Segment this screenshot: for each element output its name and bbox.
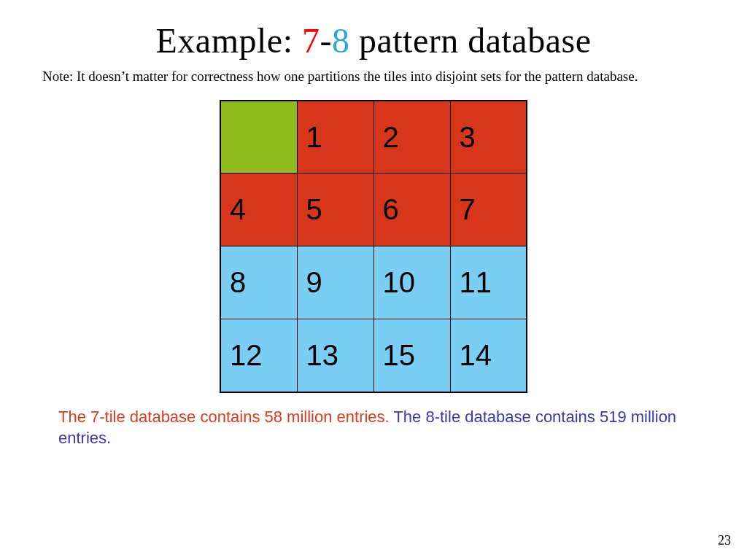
slide-title: Example: 7-8 pattern database bbox=[0, 0, 747, 61]
tile: 7 bbox=[450, 174, 527, 246]
title-seven: 7 bbox=[302, 21, 320, 60]
tile: 13 bbox=[297, 319, 374, 392]
caption: The 7-tile database contains 58 million … bbox=[58, 406, 689, 449]
page-number: 23 bbox=[718, 533, 731, 548]
tile: 10 bbox=[374, 246, 450, 319]
tile: 14 bbox=[450, 319, 527, 392]
puzzle-grid: 1 2 3 4 5 6 7 8 9 10 11 12 13 15 14 bbox=[220, 100, 527, 393]
puzzle-row: 1 2 3 bbox=[220, 101, 527, 174]
slide: Example: 7-8 pattern database Note: It d… bbox=[0, 0, 747, 560]
tile-blank bbox=[220, 101, 297, 174]
puzzle-wrap: 1 2 3 4 5 6 7 8 9 10 11 12 13 15 14 bbox=[0, 100, 747, 393]
tile: 3 bbox=[450, 101, 527, 174]
puzzle-row: 12 13 15 14 bbox=[220, 319, 527, 392]
tile: 1 bbox=[297, 101, 374, 174]
puzzle-row: 4 5 6 7 bbox=[220, 174, 527, 246]
title-prefix: Example: bbox=[156, 21, 302, 60]
caption-seven-text: The 7-tile database contains 58 million … bbox=[58, 408, 390, 426]
puzzle-row: 8 9 10 11 bbox=[220, 246, 527, 319]
title-dash: - bbox=[320, 21, 331, 60]
tile: 2 bbox=[374, 101, 450, 174]
tile: 9 bbox=[297, 246, 374, 319]
title-suffix: pattern database bbox=[349, 21, 591, 60]
tile: 15 bbox=[374, 319, 450, 392]
tile: 8 bbox=[220, 246, 297, 319]
tile: 5 bbox=[297, 174, 374, 246]
subtitle-note: Note: It doesn’t matter for correctness … bbox=[42, 68, 712, 85]
tile: 12 bbox=[220, 319, 297, 392]
title-eight: 8 bbox=[332, 21, 350, 60]
tile: 11 bbox=[450, 246, 527, 319]
tile: 4 bbox=[220, 174, 297, 246]
tile: 6 bbox=[374, 174, 450, 246]
